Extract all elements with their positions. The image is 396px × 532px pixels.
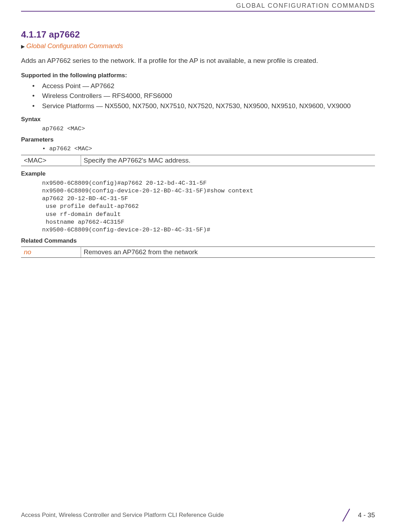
- related-table: no Removes an AP7662 from the network: [21, 247, 375, 258]
- footer-doc-title: Access Point, Wireless Controller and Se…: [21, 512, 224, 519]
- param-key: <MAC>: [21, 155, 81, 166]
- list-item: Wireless Controllers — RFS4000, RFS6000: [21, 91, 375, 101]
- related-desc: Removes an AP7662 from the network: [81, 247, 375, 257]
- section-title: 4.1.17 ap7662: [21, 29, 375, 40]
- page: GLOBAL CONFIGURATION COMMANDS 4.1.17 ap7…: [0, 0, 396, 532]
- related-key[interactable]: no: [21, 247, 81, 257]
- related-heading: Related Commands: [21, 237, 375, 244]
- table-row: no Removes an AP7662 from the network: [21, 247, 375, 257]
- parameters-table: <MAC> Specify the AP7662's MAC address.: [21, 155, 375, 166]
- list-item: Service Platforms — NX5500, NX7500, NX75…: [21, 101, 375, 111]
- header-rule: [21, 11, 375, 12]
- parameters-line: ap7662 <MAC>: [42, 145, 375, 152]
- breadcrumb-text: Global Configuration Commands: [26, 42, 123, 50]
- running-header: GLOBAL CONFIGURATION COMMANDS: [21, 0, 375, 11]
- table-row: <MAC> Specify the AP7662's MAC address.: [21, 155, 375, 166]
- list-item: Access Point — AP7662: [21, 81, 375, 91]
- param-desc: Specify the AP7662's MAC address.: [81, 155, 375, 166]
- footer-slash-icon: [341, 508, 351, 522]
- parameters-heading: Parameters: [21, 136, 375, 143]
- example-heading: Example: [21, 170, 375, 177]
- example-code: nx9500-6C8809(config)#ap7662 20-12-bd-4C…: [42, 179, 375, 234]
- page-number: 4 - 35: [358, 511, 375, 519]
- platforms-heading: Supported in the following platforms:: [21, 72, 375, 79]
- svg-line-0: [343, 509, 350, 521]
- syntax-heading: Syntax: [21, 116, 375, 123]
- breadcrumb[interactable]: ▶Global Configuration Commands: [21, 42, 375, 50]
- platforms-list: Access Point — AP7662 Wireless Controlle…: [21, 81, 375, 111]
- syntax-code: ap7662 <MAC>: [42, 125, 375, 133]
- footer: Access Point, Wireless Controller and Se…: [21, 508, 375, 522]
- intro-text: Adds an AP7662 series to the network. If…: [21, 56, 375, 66]
- breadcrumb-arrow-icon: ▶: [21, 44, 25, 49]
- footer-right: 4 - 35: [341, 508, 375, 522]
